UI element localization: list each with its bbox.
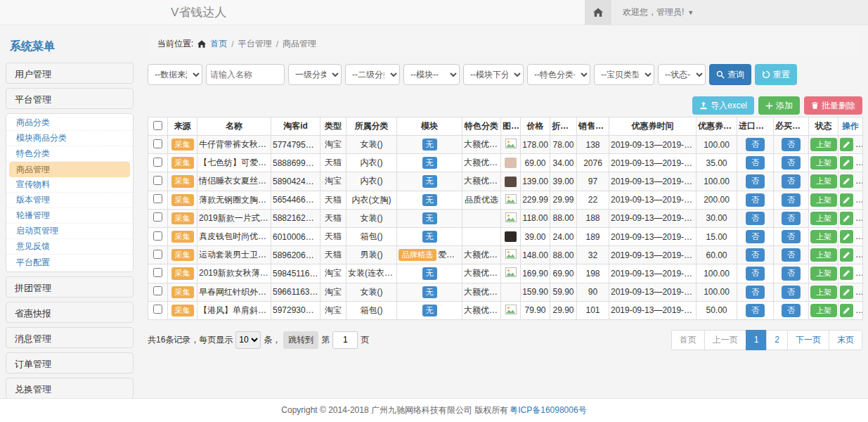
- import-select-toggle[interactable]: 否: [746, 138, 765, 151]
- must-buy-toggle[interactable]: 否: [782, 193, 801, 207]
- row-checkbox[interactable]: [153, 194, 162, 203]
- edit-button[interactable]: [840, 156, 853, 170]
- row-checkbox[interactable]: [153, 250, 162, 259]
- product-name: 2019新款女秋薄款...: [197, 264, 271, 283]
- import-select-toggle[interactable]: 否: [746, 248, 765, 262]
- status-button[interactable]: 上架: [810, 138, 837, 151]
- edit-button[interactable]: [840, 230, 853, 243]
- import-select-toggle[interactable]: 否: [746, 212, 765, 225]
- import-select-toggle[interactable]: 否: [746, 230, 765, 243]
- name-search-input[interactable]: [206, 64, 285, 85]
- page-1-button[interactable]: 1: [746, 330, 767, 350]
- icp-link[interactable]: 粤ICP备16098006号: [510, 404, 586, 416]
- sidebar-item-product-management[interactable]: 商品管理: [9, 162, 130, 177]
- last-page-button[interactable]: 末页: [829, 330, 862, 350]
- next-page-button[interactable]: 下一页: [787, 330, 829, 350]
- status-button[interactable]: 上架: [810, 193, 837, 207]
- status-button[interactable]: 上架: [810, 304, 837, 317]
- module-subcategory-filter[interactable]: --模块下分类--: [463, 64, 524, 85]
- add-button[interactable]: 添加: [758, 96, 800, 115]
- must-buy-toggle[interactable]: 否: [782, 212, 801, 225]
- must-buy-toggle[interactable]: 否: [782, 304, 801, 317]
- page-number-input[interactable]: [332, 331, 358, 349]
- must-buy-toggle[interactable]: 否: [782, 267, 801, 280]
- edit-button[interactable]: [840, 267, 853, 280]
- import-select-toggle[interactable]: 否: [746, 304, 765, 317]
- page-2-button[interactable]: 2: [766, 330, 788, 350]
- sidebar-item-savings-express[interactable]: 省惠快报: [6, 302, 134, 323]
- level1-category-filter[interactable]: 一级分类: [288, 64, 342, 85]
- import-select-toggle[interactable]: 否: [746, 174, 765, 188]
- row-checkbox[interactable]: [153, 158, 162, 167]
- module-filter[interactable]: --模块--: [403, 64, 460, 85]
- sidebar-item-module-product-category[interactable]: 模块商品分类: [6, 131, 133, 146]
- per-page-select[interactable]: 10: [235, 331, 261, 349]
- select-all-checkbox[interactable]: [153, 121, 162, 130]
- import-select-toggle[interactable]: 否: [746, 156, 765, 170]
- module-badge: 无: [422, 194, 437, 206]
- sidebar-item-order-management[interactable]: 订单管理: [6, 352, 134, 373]
- query-button[interactable]: 查询: [709, 64, 751, 85]
- data-source-filter[interactable]: --数据来源--: [148, 64, 202, 85]
- row-checkbox[interactable]: [153, 231, 162, 241]
- must-buy-toggle[interactable]: 否: [782, 156, 801, 170]
- sidebar-item-feature-category[interactable]: 特色分类: [6, 146, 133, 162]
- sidebar-item-user-management[interactable]: 用户管理: [6, 63, 134, 84]
- row-checkbox[interactable]: [153, 139, 162, 148]
- product-name: 真皮钱包时尚优雅女士...: [197, 227, 271, 245]
- sidebar-item-carousel-management[interactable]: 轮播管理: [6, 208, 133, 224]
- sidebar-item-message-management[interactable]: 消息管理: [6, 327, 134, 348]
- must-buy-toggle[interactable]: 否: [782, 138, 801, 151]
- feature-category-filter[interactable]: --特色分类--: [527, 64, 590, 85]
- item-type-filter[interactable]: --宝贝类型--: [594, 64, 654, 85]
- import-select-toggle[interactable]: 否: [746, 193, 765, 207]
- sidebar-item-splash-page-management[interactable]: 启动页管理: [6, 224, 133, 239]
- status-button[interactable]: 上架: [810, 174, 837, 188]
- edit-button[interactable]: [840, 212, 853, 225]
- home-icon[interactable]: [585, 0, 611, 25]
- row-checkbox[interactable]: [153, 268, 162, 277]
- first-page-button[interactable]: 首页: [671, 330, 705, 350]
- jump-button[interactable]: 跳转到: [283, 331, 318, 349]
- user-menu[interactable]: 欢迎您，管理员! ▼: [611, 0, 868, 25]
- module-badge: 无: [422, 286, 437, 298]
- edit-button[interactable]: [840, 304, 853, 317]
- import-select-toggle[interactable]: 否: [746, 286, 765, 299]
- edit-button[interactable]: [840, 286, 853, 299]
- sidebar-item-exchange-management[interactable]: 兑换管理: [6, 378, 134, 399]
- breadcrumb-home-link[interactable]: 首页: [210, 38, 227, 50]
- level2-category-filter[interactable]: --二级分类--: [345, 64, 400, 85]
- status-button[interactable]: 上架: [810, 230, 837, 243]
- must-buy-toggle[interactable]: 否: [782, 286, 801, 299]
- batch-delete-button[interactable]: 批量删除: [804, 96, 862, 115]
- prev-page-button[interactable]: 上一页: [704, 330, 746, 350]
- row-checkbox[interactable]: [153, 286, 162, 295]
- row-checkbox[interactable]: [153, 305, 162, 314]
- import-excel-button[interactable]: 导入excel: [692, 96, 754, 115]
- row-checkbox[interactable]: [153, 212, 162, 222]
- sidebar-item-platform-config[interactable]: 平台配置: [6, 255, 133, 270]
- status-button[interactable]: 上架: [810, 212, 837, 225]
- status-button[interactable]: 上架: [810, 267, 837, 280]
- sidebar-item-group-buy-management[interactable]: 拼团管理: [6, 276, 134, 298]
- reset-button[interactable]: 重置: [755, 64, 797, 85]
- must-buy-toggle[interactable]: 否: [782, 248, 801, 262]
- sidebar-item-platform-management[interactable]: 平台管理: [6, 88, 134, 109]
- sidebar-item-feedback[interactable]: 意见反馈: [6, 239, 133, 255]
- edit-button[interactable]: [840, 193, 853, 207]
- sidebar-item-version-management[interactable]: 版本管理: [6, 193, 133, 208]
- edit-button[interactable]: [840, 138, 853, 151]
- status-button[interactable]: 上架: [810, 286, 837, 299]
- row-checkbox[interactable]: [153, 176, 162, 185]
- must-buy-toggle[interactable]: 否: [782, 174, 801, 188]
- sidebar-item-promo-material[interactable]: 宣传物料: [6, 177, 133, 193]
- status-filter[interactable]: --状态--: [658, 64, 706, 85]
- sidebar-item-product-category[interactable]: 商品分类: [6, 115, 133, 131]
- edit-button[interactable]: [840, 248, 853, 262]
- edit-button[interactable]: [840, 174, 853, 188]
- status-button[interactable]: 上架: [810, 248, 837, 262]
- status-button[interactable]: 上架: [810, 156, 837, 170]
- import-select-toggle[interactable]: 否: [746, 267, 765, 280]
- product-thumbnail: [505, 177, 517, 187]
- must-buy-toggle[interactable]: 否: [782, 230, 801, 243]
